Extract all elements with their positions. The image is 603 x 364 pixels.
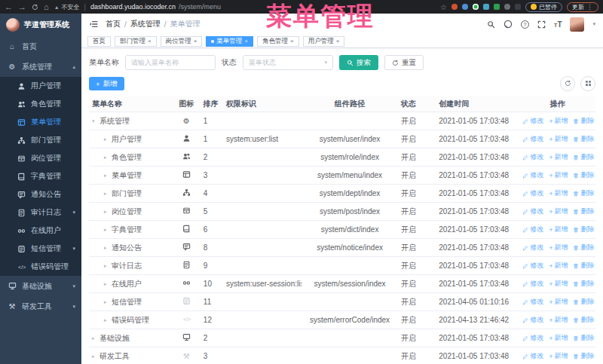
edit-link[interactable]: 修改 (522, 170, 543, 180)
edit-link[interactable]: 修改 (522, 134, 543, 144)
browser-home-icon[interactable]: ⌂ (44, 3, 49, 11)
caret-down-icon[interactable]: ▾ (92, 118, 99, 124)
sidebar-item-tool[interactable]: ⚒研发工具▾ (0, 296, 81, 317)
edit-link[interactable]: 修改 (522, 188, 543, 198)
sidebar-item-home[interactable]: ⌂首页 (0, 36, 81, 57)
sidebar-item-dept[interactable]: 部门管理 (0, 131, 81, 149)
add-link[interactable]: +新增 (549, 261, 568, 271)
breadcrumb-home[interactable]: 首页 (106, 19, 121, 29)
sidebar-item-user[interactable]: 用户管理 (0, 77, 81, 95)
font-size-icon[interactable]: TT (554, 20, 562, 29)
table-row[interactable]: ▸角色管理2system/role/index开启2021-01-05 17:0… (89, 148, 595, 167)
bookmark-star-icon[interactable]: ☆ (440, 3, 447, 11)
delete-link[interactable]: 删除 (573, 134, 594, 144)
tab-岗位管理[interactable]: 岗位管理× (161, 36, 203, 47)
sidebar-item-menu[interactable]: 菜单管理 (0, 113, 81, 131)
forward-icon[interactable]: → (18, 3, 26, 11)
sidebar-item-code[interactable]: </>错误码管理 (0, 258, 81, 276)
delete-link[interactable]: 删除 (573, 297, 594, 307)
extension-icon[interactable] (462, 4, 468, 10)
search-icon[interactable] (487, 20, 495, 29)
table-row[interactable]: ▸基础设施2开启2021-01-05 17:03:48修改+新增删除 (89, 329, 595, 347)
sidebar-item-post[interactable]: 岗位管理 (0, 149, 81, 167)
edit-link[interactable]: 修改 (522, 225, 543, 234)
edit-link[interactable]: 修改 (522, 297, 543, 307)
reset-button[interactable]: 重置 (384, 55, 424, 70)
column-settings-button[interactable] (580, 76, 595, 91)
fullscreen-icon[interactable] (537, 20, 546, 29)
add-link[interactable]: +新增 (549, 134, 568, 144)
add-link[interactable]: +新增 (549, 297, 568, 307)
close-icon[interactable]: × (148, 38, 152, 44)
reload-icon[interactable] (32, 4, 38, 11)
table-row[interactable]: ▸研发工具⚒3开启2021-01-05 17:03:48修改+新增删除 (89, 347, 595, 364)
table-row[interactable]: ▸部门管理4system/dept/index开启2021-01-05 17:0… (89, 185, 595, 203)
delete-link[interactable]: 删除 (573, 279, 594, 289)
extension-icon[interactable] (483, 4, 489, 10)
caret-right-icon[interactable]: ▸ (92, 353, 99, 359)
caret-right-icon[interactable]: ▸ (92, 335, 99, 341)
delete-link[interactable]: 删除 (573, 243, 594, 252)
chevron-down-icon[interactable]: ▾ (592, 21, 595, 27)
delete-link[interactable]: 删除 (573, 225, 594, 234)
add-link[interactable]: +新增 (549, 206, 568, 216)
table-row[interactable]: ▸字典管理6system/dict/index开启2021-01-05 17:0… (89, 221, 595, 239)
close-icon[interactable]: × (336, 38, 340, 44)
table-row[interactable]: ▸通知公告8system/notice/index开启2021-01-05 17… (89, 239, 595, 257)
edit-link[interactable]: 修改 (522, 116, 543, 126)
caret-right-icon[interactable]: ▸ (104, 136, 112, 142)
add-link[interactable]: +新增 (549, 152, 568, 162)
delete-link[interactable]: 删除 (573, 333, 594, 343)
caret-right-icon[interactable]: ▸ (104, 245, 112, 251)
tab-角色管理[interactable]: 角色管理× (257, 36, 299, 47)
tab-菜单管理[interactable]: 菜单管理× (206, 36, 253, 47)
app-logo[interactable]: 芋道管理系统 (0, 14, 81, 36)
sidebar-item-infra[interactable]: 基础设施▾ (0, 276, 81, 296)
search-button[interactable]: 搜索 (339, 55, 378, 70)
sidebar-item-users[interactable]: 角色管理 (0, 95, 81, 113)
edit-link[interactable]: 修改 (522, 243, 543, 252)
user-avatar[interactable] (570, 17, 584, 32)
tab-用户管理[interactable]: 用户管理× (303, 36, 345, 47)
caret-right-icon[interactable]: ▸ (104, 263, 112, 269)
add-link[interactable]: +新增 (549, 170, 568, 180)
edit-link[interactable]: 修改 (522, 261, 543, 271)
sidebar-item-sms[interactable]: 短信管理▾ (0, 240, 81, 258)
add-link[interactable]: +新增 (549, 333, 568, 343)
refresh-table-button[interactable] (560, 76, 575, 91)
browser-update-button[interactable]: 更新⋮ (567, 2, 598, 12)
sidebar-item-log[interactable]: 审计日志▾ (0, 203, 81, 222)
add-link[interactable]: +新增 (549, 116, 568, 126)
sidebar-item-gear[interactable]: ⚙系统管理▴ (0, 57, 81, 77)
caret-right-icon[interactable]: ▸ (104, 281, 112, 287)
caret-right-icon[interactable]: ▸ (104, 209, 112, 215)
edit-link[interactable]: 修改 (522, 315, 543, 325)
edit-link[interactable]: 修改 (522, 206, 543, 216)
add-link[interactable]: +新增 (549, 315, 568, 325)
add-button[interactable]: +新增 (89, 77, 124, 90)
extension-icon[interactable] (473, 4, 479, 10)
menu-name-input[interactable] (125, 55, 216, 70)
edit-link[interactable]: 修改 (522, 351, 543, 361)
caret-right-icon[interactable]: ▸ (104, 173, 112, 179)
close-icon[interactable]: × (244, 38, 248, 44)
table-row[interactable]: ▾系统管理⚙1开启2021-01-05 17:03:48修改+新增删除 (89, 112, 595, 130)
back-icon[interactable]: ← (5, 3, 13, 11)
sidebar-toggle-icon[interactable] (89, 20, 98, 29)
extension-icon[interactable] (451, 4, 458, 10)
add-link[interactable]: +新增 (549, 225, 568, 234)
caret-right-icon[interactable]: ▸ (104, 154, 112, 161)
table-row[interactable]: ▸菜单管理3system/menu/index开启2021-01-05 17:0… (89, 167, 595, 185)
add-link[interactable]: +新增 (549, 243, 568, 252)
caret-right-icon[interactable]: ▸ (104, 227, 112, 233)
sidebar-item-notice[interactable]: 通知公告 (0, 185, 81, 203)
address-bar[interactable]: ▲不安全 | dashboard.yudao.iocoder.cn/system… (54, 3, 435, 11)
edit-link[interactable]: 修改 (522, 279, 543, 289)
tab-首页[interactable]: 首页 (87, 36, 111, 47)
extension-icon[interactable] (504, 4, 510, 10)
add-link[interactable]: +新增 (549, 351, 568, 361)
delete-link[interactable]: 删除 (573, 206, 594, 216)
pinned-extension-icon[interactable] (515, 4, 521, 10)
extension-icon[interactable] (494, 4, 500, 10)
table-row[interactable]: ▸审计日志9开启2021-01-05 17:03:48修改+新增删除 (89, 257, 595, 275)
